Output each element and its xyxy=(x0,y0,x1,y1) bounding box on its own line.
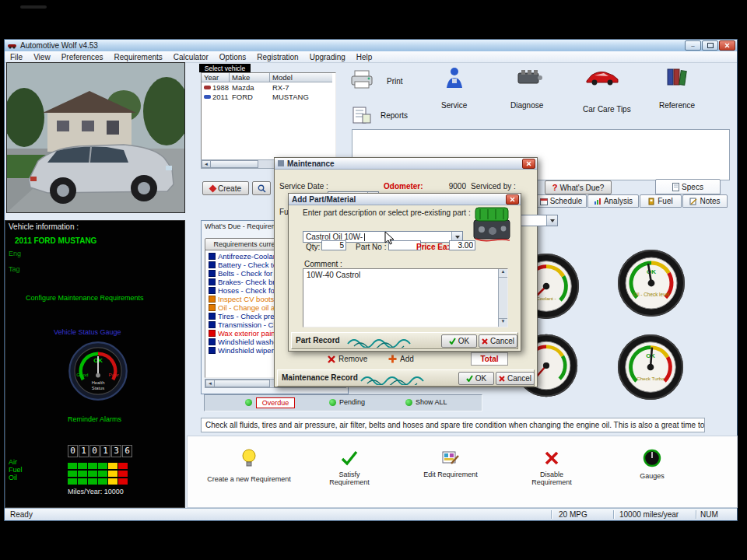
maintenance-record-bar: Maintenance Record OK Cancel xyxy=(277,369,535,387)
status-bar: Ready 20 MPG 10000 miles/year NUM xyxy=(5,508,737,520)
qty-label: Qty: xyxy=(306,243,320,251)
table-row[interactable]: 1988 Mazda RX-7 xyxy=(202,82,335,92)
action-create-requirement[interactable]: Create a new Requirement xyxy=(204,447,294,494)
turbo-gauge: OK Check Turbo xyxy=(616,333,685,401)
window-titlebar: Automotive Wolf v4.53 – xyxy=(5,40,737,52)
list-item[interactable]: Oil - Change oil and xyxy=(209,303,283,312)
add-part-close-button[interactable] xyxy=(506,194,519,205)
menu-bar: File View Preferences Requirements Calcu… xyxy=(5,51,737,63)
close-button[interactable] xyxy=(719,40,735,51)
action-gauges[interactable]: Gauges xyxy=(627,447,677,494)
list-item[interactable]: Antifreeze-Coolant - xyxy=(209,252,283,261)
tab-analysis[interactable]: Analysis xyxy=(587,194,639,208)
minimize-button[interactable]: – xyxy=(685,40,701,51)
print-icon[interactable] xyxy=(350,70,374,89)
filter-show-all[interactable]: Show ALL xyxy=(416,398,447,406)
filter-bar: Overdue Pending Show ALL xyxy=(204,394,482,411)
tab-fuel[interactable]: Fuel xyxy=(640,194,682,208)
price-input[interactable] xyxy=(449,240,475,250)
comment-box[interactable]: 10W-40 Castrol ▲ ▼ xyxy=(303,268,508,327)
menu-view[interactable]: View xyxy=(28,53,56,61)
svg-text:Health: Health xyxy=(92,380,105,385)
pending-dot[interactable] xyxy=(329,399,336,406)
menu-upgrading[interactable]: Upgrading xyxy=(304,53,351,61)
question-icon: ? xyxy=(552,183,558,192)
tab-specs[interactable]: Specs xyxy=(655,179,721,194)
menu-options[interactable]: Options xyxy=(214,53,251,61)
reports-label[interactable]: Reports xyxy=(381,111,408,120)
list-item[interactable]: Inspect CV boots an xyxy=(209,295,285,303)
column-header-make[interactable]: Make xyxy=(230,73,270,82)
table-row[interactable]: 2011 FORD MUSTANG xyxy=(202,92,335,101)
engine-image xyxy=(471,205,516,243)
menu-calculator[interactable]: Calculator xyxy=(168,53,214,61)
add-button[interactable]: Add xyxy=(388,355,414,363)
tab-notes[interactable]: Notes xyxy=(682,194,728,208)
maintenance-close-button[interactable] xyxy=(522,159,535,169)
miles-per-year: Miles/Year: 10000 xyxy=(68,488,124,495)
car-care-tips-icon[interactable] xyxy=(585,70,619,86)
part-ok-button[interactable]: OK xyxy=(441,334,477,348)
vehicle-status-gauge-link[interactable]: Vehicle Status Gauge xyxy=(54,328,121,336)
maintenance-cancel-button[interactable]: Cancel xyxy=(496,372,535,385)
action-edit-requirement[interactable]: Edit Requirement xyxy=(420,447,481,494)
reference-label[interactable]: Reference xyxy=(659,101,695,110)
column-header-model[interactable]: Model xyxy=(270,73,332,82)
close-icon xyxy=(510,197,515,202)
diagnose-icon[interactable] xyxy=(515,68,543,86)
print-label[interactable]: Print xyxy=(387,77,403,86)
service-icon[interactable] xyxy=(445,67,464,89)
action-disable-requirement[interactable]: Disable Requirement xyxy=(521,447,582,494)
close-icon xyxy=(724,43,730,48)
add-part-dialog: Add Part/Material Enter part description… xyxy=(288,193,521,352)
x-icon xyxy=(328,355,335,363)
filter-pending[interactable]: Pending xyxy=(339,398,365,406)
svg-text:Oil - Check level: Oil - Check level xyxy=(633,292,670,297)
chart-icon xyxy=(594,198,601,205)
qty-input[interactable] xyxy=(321,240,346,250)
oil-gauge: OK Oil - Check level xyxy=(616,248,686,318)
edit-icon xyxy=(442,450,459,466)
vehicle-info-panel: Vehicle information : 2011 FORD MUSTANG … xyxy=(5,220,185,508)
reminder-alarms-link[interactable]: Reminder Alarms xyxy=(68,415,121,423)
svg-text:Coolant -: Coolant - xyxy=(536,296,556,301)
reports-icon[interactable] xyxy=(352,107,372,124)
create-button[interactable]: Create xyxy=(202,181,249,195)
column-header-year[interactable]: Year xyxy=(202,73,230,82)
remove-button[interactable]: Remove xyxy=(328,355,367,363)
maximize-button[interactable] xyxy=(702,40,718,51)
show-all-dot[interactable] xyxy=(405,399,412,406)
chevron-down-icon[interactable] xyxy=(546,215,557,226)
reference-icon[interactable] xyxy=(666,67,689,86)
whats-due-button[interactable]: ? What's Due? xyxy=(545,180,612,194)
comment-vscrollbar[interactable]: ▲ ▼ xyxy=(498,269,507,327)
filter-overdue[interactable]: Overdue xyxy=(256,397,295,408)
menu-requirements[interactable]: Requirements xyxy=(109,53,168,61)
total-button[interactable]: Total xyxy=(471,352,508,366)
menu-registration[interactable]: Registration xyxy=(251,53,303,61)
price-label: Price Ea: xyxy=(416,243,450,251)
svg-text:Poor: Poor xyxy=(108,372,118,377)
x-icon xyxy=(499,376,505,382)
menu-file[interactable]: File xyxy=(5,53,28,61)
menu-preferences[interactable]: Preferences xyxy=(56,53,109,61)
service-label[interactable]: Service xyxy=(441,101,467,110)
menu-help[interactable]: Help xyxy=(351,53,378,61)
configure-maintenance-link[interactable]: Configure Maintenance Requirements xyxy=(26,294,144,302)
search-button[interactable] xyxy=(252,181,271,195)
x-icon xyxy=(544,450,559,466)
part-record-label: Part Record xyxy=(296,336,340,345)
mouse-cursor xyxy=(384,231,394,245)
health-status-gauge: OK Good Poor Health Status xyxy=(68,341,128,401)
text-caret xyxy=(364,233,365,241)
part-cancel-button[interactable]: Cancel xyxy=(479,334,517,348)
tab-schedule[interactable]: Schedule xyxy=(535,194,587,208)
diagnose-label[interactable]: Diagnose xyxy=(510,101,543,110)
maintenance-ok-button[interactable]: OK xyxy=(458,372,494,385)
list-item[interactable]: Windshield wipers - xyxy=(209,346,282,355)
action-satisfy-requirement[interactable]: Satisfy Requirement xyxy=(319,447,380,494)
serviced-by-combo[interactable] xyxy=(516,215,558,226)
maintenance-dialog-titlebar: Maintenance xyxy=(275,158,537,170)
car-care-tips-label[interactable]: Car Care Tips xyxy=(583,105,631,114)
list-item[interactable]: Wax exterior paint xyxy=(209,329,277,338)
